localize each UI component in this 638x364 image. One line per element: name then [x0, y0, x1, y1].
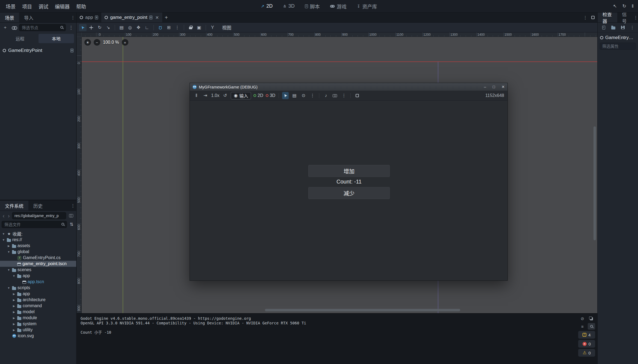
tab-inspector[interactable]: 检查器 — [598, 13, 617, 22]
fs-tree-item[interactable]: ▼收藏: — [0, 231, 76, 237]
workspace-3d[interactable]: ⋔ 3D — [281, 2, 297, 10]
warning-badge[interactable]: ⚠ 0 — [578, 349, 595, 357]
fs-tree-item[interactable]: ▼scenes — [0, 267, 76, 273]
game-node-list-icon[interactable]: ▤ — [291, 92, 298, 99]
fs-tree-item[interactable]: icon.svg — [0, 333, 76, 339]
fs-tree-item[interactable]: GameEntryPoint.cs — [0, 255, 76, 261]
scene-tab-game-entry-point[interactable]: game_entry_point ✕ — [101, 13, 162, 22]
scene-tree-menu-icon[interactable]: ⋮ — [67, 24, 75, 31]
add-node-button[interactable]: + — [2, 24, 9, 31]
tree-arrow-icon[interactable]: ▶ — [12, 304, 16, 307]
fs-tree-item[interactable]: ▶app — [0, 291, 76, 297]
error-badge[interactable]: ✕ 0 — [578, 340, 595, 348]
word-wrap-icon[interactable]: ≡ — [579, 323, 586, 330]
fs-tree-item[interactable]: app.tscn — [0, 279, 76, 285]
scene-tab-menu-icon[interactable]: ⋮ — [582, 15, 589, 20]
horizontal-scrollbar[interactable] — [265, 309, 460, 311]
fs-tree-item[interactable]: ▼app — [0, 273, 76, 279]
tree-arrow-icon[interactable]: ▶ — [12, 310, 16, 313]
node-filter-input[interactable] — [19, 24, 66, 31]
view-menu[interactable]: 视图 — [219, 23, 234, 32]
vertical-scrollbar[interactable] — [593, 126, 596, 240]
audio-icon[interactable]: ♪ — [323, 92, 329, 99]
game-select-mode[interactable]: ➤ — [282, 92, 289, 99]
sort-icon[interactable]: ⇅ — [69, 222, 75, 227]
lock-button[interactable] — [187, 24, 194, 31]
decrease-button[interactable]: 减少 — [308, 187, 390, 199]
split-view-icon[interactable] — [67, 212, 75, 219]
tree-arrow-icon[interactable]: ▼ — [2, 232, 5, 235]
tree-arrow-icon[interactable]: ▼ — [7, 268, 11, 271]
reset-speed-icon[interactable]: ↺ — [222, 92, 228, 99]
game-window-titlebar[interactable]: MyGFrameworkGame (DEBUG) – □ ✕ — [190, 83, 507, 91]
menu-scene[interactable]: 场景 — [3, 1, 19, 11]
rotate-tool[interactable]: ↻ — [96, 24, 104, 31]
save-resource-button[interactable] — [619, 24, 626, 31]
tree-arrow-icon[interactable]: ▼ — [7, 250, 11, 253]
tree-arrow-icon[interactable]: ▼ — [12, 274, 16, 277]
forward-icon[interactable]: › — [7, 213, 11, 219]
resource-menu-icon[interactable]: ⋮ — [629, 25, 636, 30]
attached-script-icon[interactable] — [70, 49, 73, 52]
move-tool[interactable] — [87, 24, 95, 31]
tab-filesystem[interactable]: 文件系统 — [0, 201, 28, 211]
fs-tree-item[interactable]: ▶system — [0, 321, 76, 327]
tree-arrow-icon[interactable]: ▶ — [12, 316, 16, 319]
pan-tool[interactable]: ✥ — [135, 24, 142, 31]
instance-scene-button[interactable] — [10, 24, 17, 31]
fs-tree-item[interactable]: game_entry_point.tscn — [0, 261, 76, 267]
menu-debug[interactable]: 调试 — [36, 1, 51, 11]
file-filter-input[interactable] — [2, 221, 67, 228]
workspace-assetlib[interactable]: ↧ 资产库 — [355, 2, 379, 11]
pause-game-icon[interactable]: ‖ — [193, 92, 200, 99]
maximize-icon[interactable]: □ — [493, 85, 495, 89]
workspace-script[interactable]: 脚本 — [303, 2, 322, 11]
load-resource-button[interactable] — [610, 24, 617, 31]
increase-button[interactable]: 增加 — [308, 165, 390, 177]
zoom-out-button[interactable]: − — [94, 39, 100, 46]
tab-import-dock[interactable]: 导入 — [19, 13, 38, 22]
fs-tree-item[interactable]: ▶module — [0, 315, 76, 321]
screenshot-icon[interactable] — [332, 92, 338, 99]
scene-dock-menu-icon[interactable]: ⋮ — [70, 13, 76, 22]
remote-tab[interactable]: 远程 — [2, 34, 38, 43]
camera-override-icon[interactable]: ☀ — [84, 39, 91, 46]
skeleton-options[interactable]: Y — [209, 24, 216, 31]
smart-snap-toggle[interactable]: Ω — [156, 24, 164, 31]
input-toggle-button[interactable]: ◉ 输入 — [231, 92, 251, 99]
search-output-icon[interactable] — [588, 323, 595, 330]
back-icon[interactable]: ‹ — [2, 213, 5, 219]
scale-tool[interactable]: ↘ — [104, 24, 112, 31]
fs-tree-item[interactable]: ▶assets — [0, 243, 76, 249]
next-frame-icon[interactable]: ⇥ — [202, 92, 209, 99]
tree-arrow-icon[interactable]: ▶ — [12, 292, 16, 295]
current-path-field[interactable] — [12, 212, 66, 219]
list-select-tool[interactable]: ▤ — [118, 24, 125, 31]
add-scene-button[interactable]: + — [162, 13, 170, 22]
pointer-icon[interactable]: ↖ — [613, 4, 617, 8]
grid-snap-toggle[interactable]: ⊞ — [165, 24, 173, 31]
menu-project[interactable]: 项目 — [19, 1, 35, 11]
tree-arrow-icon[interactable]: ▶ — [12, 322, 16, 325]
debugger-badge[interactable]: ! 4 — [578, 331, 595, 339]
pause-icon[interactable]: ‖ — [632, 4, 634, 8]
scene-tree-root-node[interactable]: GameEntryPoint — [0, 47, 76, 54]
close-icon[interactable]: ✕ — [501, 85, 505, 89]
copy-output-icon[interactable] — [588, 315, 595, 322]
fs-tree-item[interactable]: ▼scripts — [0, 285, 76, 291]
fullscreen-icon[interactable] — [354, 92, 361, 99]
minimize-icon[interactable]: – — [484, 85, 486, 89]
game-2d-toggle[interactable]: 2D — [253, 93, 263, 98]
scene-tab-app[interactable]: app — [76, 13, 101, 22]
group-button[interactable]: ▣ — [195, 24, 203, 31]
game-speed[interactable]: 1.0x — [211, 93, 219, 98]
ruler-tool[interactable]: ∟ — [143, 24, 151, 31]
close-icon[interactable]: ✕ — [155, 15, 159, 20]
fs-tree-item[interactable]: ▶architecture — [0, 297, 76, 303]
snap-options-menu[interactable]: ⋮ — [173, 24, 181, 31]
canvas-2d[interactable]: ☀ − 100.0 % + MyGFrameworkGame (DEBUG) –… — [82, 37, 597, 313]
tab-scene-dock[interactable]: 场景 — [0, 13, 19, 22]
fs-tree-item[interactable]: ▶command — [0, 303, 76, 309]
workspace-2d[interactable]: ↗ 2D — [259, 2, 275, 10]
menu-help[interactable]: 帮助 — [73, 1, 89, 11]
